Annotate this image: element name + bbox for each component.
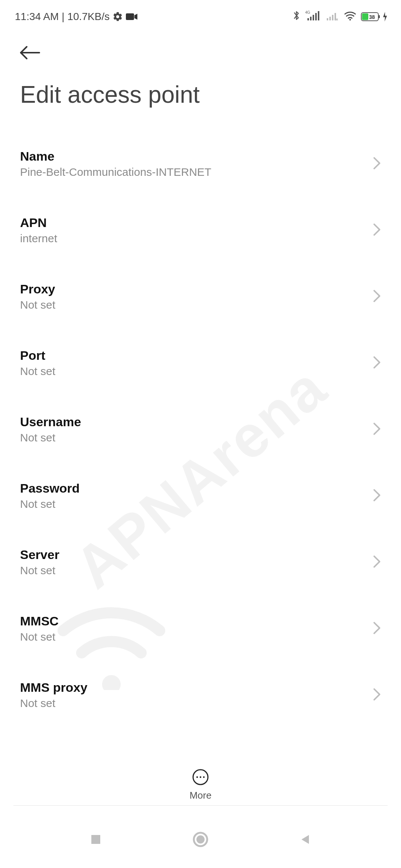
svg-point-20 [200,776,201,778]
svg-rect-22 [91,835,100,844]
bluetooth-icon [293,10,301,24]
setting-value: Not set [20,564,364,577]
setting-row-mms-proxy[interactable]: MMS proxy Not set [20,658,381,724]
setting-row-port[interactable]: Port Not set [20,326,381,392]
setting-row-server[interactable]: Server Not set [20,525,381,592]
setting-value: Pine-Belt-Communications-INTERNET [20,166,364,178]
setting-value: Not set [20,697,364,710]
chevron-right-icon [373,289,381,304]
svg-rect-2 [307,18,309,20]
nav-recent-button[interactable] [89,833,102,848]
chevron-right-icon [373,555,381,570]
svg-rect-14 [362,13,368,20]
svg-rect-0 [126,13,134,20]
status-left: 11:34 AM | 10.7KB/s [15,11,138,23]
chevron-right-icon [373,223,381,238]
setting-label: Password [20,481,364,496]
nav-back-button[interactable] [299,833,312,848]
setting-value: Not set [20,431,364,444]
svg-point-12 [349,19,351,20]
setting-label: MMS proxy [20,680,364,695]
system-navbar [0,812,401,868]
signal-nosim-icon: × [325,10,339,24]
setting-value: Not set [20,299,364,311]
divider [13,805,388,806]
chevron-right-icon [373,157,381,171]
gear-icon [113,11,123,22]
chevron-right-icon [373,688,381,703]
bottom-bar: More [0,768,401,801]
battery-icon: 38 [361,11,388,22]
svg-text:×: × [336,17,338,21]
chevron-right-icon [373,489,381,503]
setting-row-apn[interactable]: APN internet [20,193,381,260]
setting-label: Proxy [20,282,364,296]
setting-value: Not set [20,631,364,643]
status-right: 4G × [293,10,388,24]
setting-label: Server [20,548,364,562]
more-label: More [189,790,211,801]
status-bar: 11:34 AM | 10.7KB/s 4G [0,0,401,30]
svg-rect-9 [332,15,333,20]
header-row [0,30,401,66]
setting-value: Not set [20,365,364,378]
setting-label: MMSC [20,614,364,628]
svg-rect-8 [329,17,331,20]
setting-label: Username [20,415,364,429]
setting-row-password[interactable]: Password Not set [20,459,381,525]
charging-icon [382,12,388,22]
signal-4g-icon: 4G [305,10,320,24]
setting-row-mmsc[interactable]: MMSC Not set [20,592,381,658]
setting-label: Port [20,348,364,363]
settings-list: Name Pine-Belt-Communications-INTERNET A… [0,134,401,724]
svg-rect-4 [313,15,314,20]
status-sep: | [62,11,64,23]
setting-row-username[interactable]: Username Not set [20,392,381,459]
chevron-right-icon [373,422,381,437]
setting-value: internet [20,232,364,245]
svg-text:38: 38 [369,14,375,20]
wifi-icon [344,10,356,23]
svg-rect-3 [310,17,312,20]
nav-home-button[interactable] [192,831,209,850]
svg-rect-7 [327,18,328,20]
status-speed: 10.7KB/s [68,11,110,23]
more-button[interactable] [192,768,209,788]
setting-row-proxy[interactable]: Proxy Not set [20,260,381,326]
setting-label: APN [20,216,364,230]
svg-rect-5 [315,13,317,20]
page-title: Edit access point [0,66,401,134]
svg-point-19 [196,776,198,778]
svg-point-24 [196,835,205,844]
svg-text:4G: 4G [305,10,310,14]
chevron-right-icon [373,621,381,636]
setting-value: Not set [20,498,364,510]
svg-rect-6 [318,11,319,20]
camera-icon [126,13,138,21]
back-button[interactable] [19,56,41,62]
setting-row-name[interactable]: Name Pine-Belt-Communications-INTERNET [20,134,381,193]
setting-label: Name [20,149,364,164]
svg-point-21 [203,776,205,778]
svg-rect-16 [379,15,380,18]
status-time: 11:34 AM [15,11,59,23]
chevron-right-icon [373,356,381,371]
